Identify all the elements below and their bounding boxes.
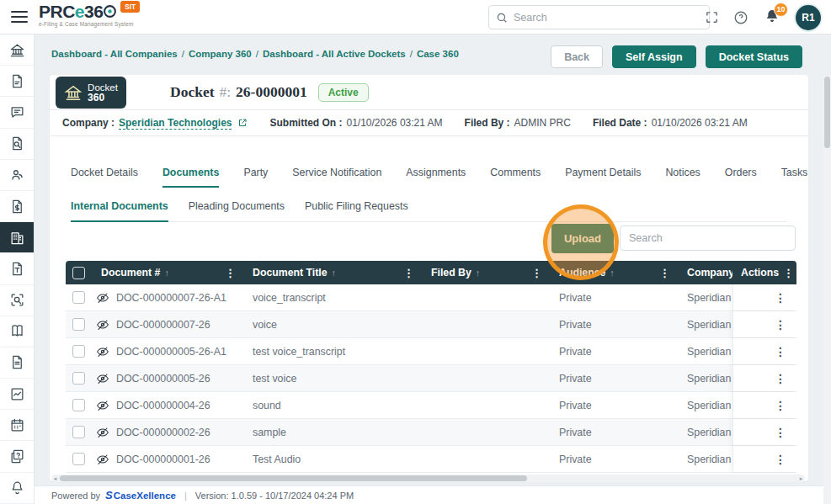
vertical-scroll-thumb[interactable] <box>824 77 830 148</box>
sidebar-item-documents[interactable] <box>0 347 34 379</box>
row-actions-menu-icon[interactable]: ⋮ <box>775 291 786 305</box>
column-header-company[interactable]: Company <box>679 261 732 284</box>
column-header-document-title[interactable]: Document Title↑⋮ <box>244 261 423 284</box>
scroll-left-icon[interactable]: ◂ <box>51 475 59 482</box>
breadcrumb-link[interactable]: Company 360 <box>189 49 252 59</box>
column-label: Document # <box>101 267 160 279</box>
breadcrumb-link[interactable]: Dashboard - All Companies <box>51 49 178 59</box>
company-cell: Speridian Technologies <box>679 419 732 445</box>
column-menu-icon[interactable]: ⋮ <box>403 267 414 279</box>
row-checkbox[interactable] <box>72 345 85 358</box>
column-menu-icon[interactable]: ⋮ <box>225 267 236 279</box>
audience-cell: Private <box>551 392 679 418</box>
row-checkbox[interactable] <box>72 318 85 331</box>
filed-by-cell <box>423 338 551 364</box>
table-body: DOC-000000007-26-A1voice_transcriptPriva… <box>66 284 796 473</box>
notifications-bell[interactable]: 10 <box>763 8 781 28</box>
sidebar-item-filings[interactable] <box>0 66 34 97</box>
upload-button[interactable]: Upload <box>551 224 614 253</box>
tab-party[interactable]: Party <box>243 160 268 188</box>
column-header-filed-by[interactable]: Filed By↑⋮ <box>423 261 551 284</box>
sidebar-item-document-search[interactable] <box>0 129 34 160</box>
tab-comments[interactable]: Comments <box>490 160 541 188</box>
company-link[interactable]: Speridian Technologies <box>119 117 232 130</box>
subtab-pleading-documents[interactable]: Pleading Documents <box>189 193 285 221</box>
subtab-public-filing-requests[interactable]: Public Filing Requests <box>305 193 408 221</box>
row-checkbox[interactable] <box>72 453 85 465</box>
tab-assignments[interactable]: Assignments <box>406 160 466 188</box>
breadcrumb-link[interactable]: Dashboard - All Active Dockets <box>263 49 406 59</box>
tab-docket-details[interactable]: Docket Details <box>71 160 138 188</box>
row-actions-menu-icon[interactable]: ⋮ <box>775 399 786 412</box>
sort-arrow-icon[interactable]: ↑ <box>610 268 615 278</box>
horizontal-scroll-thumb[interactable] <box>60 475 527 481</box>
sort-arrow-icon[interactable]: ↑ <box>164 268 169 278</box>
hamburger-menu-icon[interactable] <box>11 11 28 23</box>
tab-documents[interactable]: Documents <box>162 160 219 188</box>
breadcrumb-link[interactable]: Case 360 <box>417 49 459 59</box>
column-menu-icon[interactable]: ⋮ <box>531 267 542 279</box>
sidebar-item-reports[interactable] <box>0 379 34 410</box>
back-button[interactable]: Back <box>551 45 603 68</box>
sidebar-item-library[interactable] <box>0 316 34 347</box>
fullscreen-icon[interactable] <box>705 10 719 24</box>
document-title: voice <box>244 311 423 337</box>
version-text: Version: 1.0.59 - 10/17/2024 04:24 PM <box>195 491 354 501</box>
global-search-input[interactable] <box>514 12 702 24</box>
row-actions-menu-icon[interactable]: ⋮ <box>775 318 786 332</box>
company-cell: Speridian Technologies <box>679 284 732 310</box>
filed-by-cell <box>423 365 551 391</box>
bell-icon <box>9 480 25 496</box>
footer: Powered by S CaseXellence | Version: 1.0… <box>35 485 831 504</box>
table-row: DOC-000000005-26-A1test voice_transcript… <box>66 338 796 365</box>
row-actions-menu-icon[interactable]: ⋮ <box>775 453 786 466</box>
sidebar-item-help-pages[interactable] <box>0 441 34 472</box>
sidebar-item-comments[interactable] <box>0 97 34 128</box>
row-checkbox[interactable] <box>72 426 85 438</box>
sidebar-item-calendar[interactable] <box>0 410 34 441</box>
subtab-internal-documents[interactable]: Internal Documents <box>71 193 168 222</box>
column-menu-icon[interactable]: ⋮ <box>659 267 670 279</box>
tab-orders[interactable]: Orders <box>725 160 757 188</box>
column-header-document-[interactable]: Document #↑⋮ <box>91 261 244 284</box>
sidebar-item-dockets[interactable] <box>0 34 34 66</box>
docket-meta-row: Company : Speridian Technologies Submitt… <box>50 110 808 136</box>
table-row: DOC-000000004-26soundPrivateSperidian Te… <box>66 392 796 419</box>
file-lines-icon <box>9 354 25 370</box>
column-header-actions[interactable]: Actions⋮ <box>732 261 796 284</box>
row-checkbox[interactable] <box>72 372 85 385</box>
main-tabs: Docket DetailsDocumentsPartyService Noti… <box>71 160 831 188</box>
row-checkbox[interactable] <box>72 291 85 304</box>
document-number: DOC-000000005-26 <box>116 373 210 385</box>
column-menu-icon[interactable]: ⋮ <box>783 267 794 279</box>
scroll-right-icon[interactable]: ▸ <box>797 475 805 482</box>
row-actions-menu-icon[interactable]: ⋮ <box>775 426 786 439</box>
row-checkbox[interactable] <box>72 399 85 411</box>
help-icon[interactable] <box>733 10 748 25</box>
vertical-scrollbar[interactable] <box>823 76 831 504</box>
sidebar-item-users[interactable] <box>0 160 34 191</box>
sidebar-item-company[interactable] <box>0 222 34 253</box>
filed-by-cell <box>423 284 551 310</box>
sidebar-item-templates[interactable] <box>0 253 34 284</box>
sidebar-item-notifications[interactable] <box>0 473 34 504</box>
tab-notices[interactable]: Notices <box>665 160 700 188</box>
external-link-icon[interactable] <box>237 118 248 128</box>
file-dollar-icon <box>9 199 25 215</box>
tab-service-notification[interactable]: Service Notification <box>292 160 381 188</box>
sort-arrow-icon[interactable]: ↑ <box>476 268 481 278</box>
tab-payment-details[interactable]: Payment Details <box>565 160 641 188</box>
row-actions-menu-icon[interactable]: ⋮ <box>775 372 786 385</box>
sort-arrow-icon[interactable]: ↑ <box>332 268 337 278</box>
tab-tasks[interactable]: Tasks <box>781 160 808 188</box>
docket-status-button[interactable]: Docket Status <box>706 45 802 68</box>
sidebar-item-lookup[interactable] <box>0 285 34 316</box>
row-actions-menu-icon[interactable]: ⋮ <box>775 345 786 358</box>
column-header-audience[interactable]: Audience↑⋮ <box>551 261 679 284</box>
sidebar-item-payments[interactable] <box>0 191 34 222</box>
self-assign-button[interactable]: Self Assign <box>612 45 696 68</box>
avatar[interactable]: R1 <box>796 5 821 30</box>
select-all-checkbox[interactable] <box>72 267 85 279</box>
horizontal-scrollbar[interactable]: ◂ ▸ <box>51 475 805 482</box>
table-search-input[interactable] <box>629 232 786 244</box>
